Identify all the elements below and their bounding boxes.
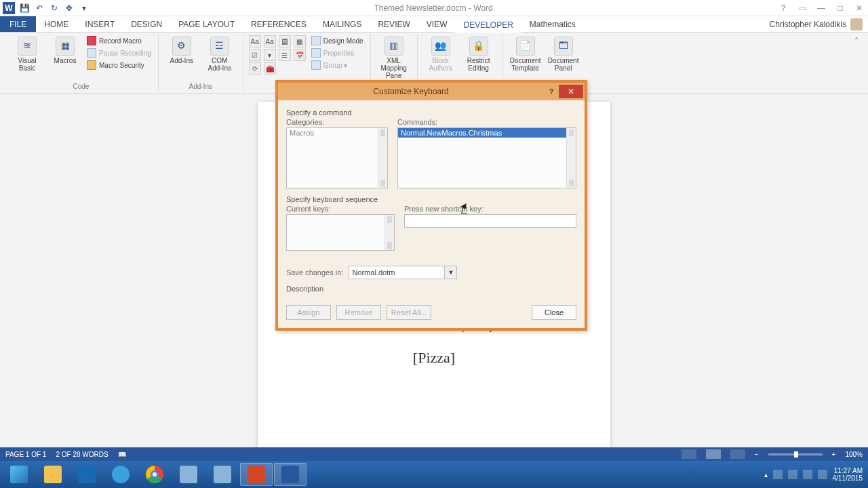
close-dialog-button[interactable]: Close	[532, 305, 576, 320]
tab-page-layout[interactable]: PAGE LAYOUT	[170, 16, 243, 32]
group-code: ≋Visual Basic ▦Macros Record Macro Pause…	[4, 34, 159, 92]
scrollbar[interactable]	[566, 128, 576, 188]
tab-file[interactable]: FILE	[0, 16, 36, 32]
specify-command-label: Specify a command	[286, 108, 576, 117]
document-panel-button[interactable]: 🗔Document Panel	[546, 35, 581, 72]
tab-mailings[interactable]: MAILINGS	[315, 16, 370, 32]
scrollbar[interactable]	[378, 128, 387, 188]
macro-security-button[interactable]: Macro Security	[85, 60, 153, 70]
tab-view[interactable]: VIEW	[418, 16, 456, 32]
outlook-button[interactable]	[71, 463, 103, 486]
file-explorer-button[interactable]	[37, 463, 69, 486]
tab-home[interactable]: HOME	[36, 16, 77, 32]
rich-text-control-icon[interactable]: Aa	[249, 35, 261, 47]
dialog-help-button[interactable]: ?	[544, 87, 559, 96]
macros-button[interactable]: ▦Macros	[47, 35, 83, 64]
ie-button[interactable]	[104, 463, 137, 486]
group-icon	[311, 60, 321, 70]
record-macro-button[interactable]: Record Macro	[85, 35, 153, 46]
pause-icon	[87, 48, 96, 58]
properties-button: Properties	[310, 47, 365, 58]
tab-references[interactable]: REFERENCES	[243, 16, 315, 32]
picture-control-icon[interactable]: 🖼	[279, 35, 291, 47]
taskbar-clock[interactable]: 11:27 AM 4/11/2015	[833, 467, 863, 482]
read-mode-button[interactable]	[682, 449, 696, 459]
tray-icon[interactable]	[773, 470, 783, 479]
new-shortcut-input[interactable]	[404, 214, 576, 228]
undo-icon[interactable]: ↶	[34, 3, 45, 14]
zoom-in-button[interactable]: +	[832, 451, 836, 458]
restrict-editing-icon: 🔒	[469, 37, 488, 56]
restrict-editing-button[interactable]: 🔒Restrict Editing	[461, 35, 496, 72]
legacy-tools-icon[interactable]: 🧰	[264, 62, 276, 75]
account-name[interactable]: Christopher Kalodikis	[764, 16, 868, 32]
tray-overflow-icon[interactable]: ▴	[764, 471, 768, 479]
plain-text-control-icon[interactable]: Aa	[264, 35, 276, 47]
zoom-slider[interactable]	[768, 453, 823, 455]
document-template-button[interactable]: 📄Document Template	[508, 35, 543, 72]
close-button[interactable]: ✕	[853, 3, 865, 13]
maximize-button[interactable]: □	[834, 3, 846, 13]
save-changes-combo[interactable]: Normal.dotm ▼	[349, 266, 457, 279]
zoom-thumb[interactable]	[794, 451, 798, 458]
com-addins-button[interactable]: ☲COM Add-Ins	[202, 35, 237, 72]
action-center-icon[interactable]	[788, 470, 797, 479]
commands-item-selected[interactable]: Normal.NewMacros.Christmas	[398, 128, 576, 138]
web-layout-button[interactable]	[730, 449, 745, 459]
dialog-titlebar[interactable]: Customize Keyboard ? ✕	[278, 83, 585, 100]
building-block-control-icon[interactable]: ▦	[294, 35, 306, 47]
zoom-out-button[interactable]: −	[755, 451, 759, 458]
categories-item[interactable]: Macros	[287, 128, 387, 138]
tab-review[interactable]: REVIEW	[370, 16, 418, 32]
app-button-2[interactable]	[206, 463, 239, 486]
collapse-ribbon-icon[interactable]: ˄	[849, 34, 864, 49]
categories-listbox[interactable]: Macros	[286, 127, 388, 188]
app-icon	[180, 466, 197, 483]
save-icon[interactable]: 💾	[19, 3, 30, 14]
combobox-control-icon[interactable]: ▾	[264, 49, 276, 61]
tab-design[interactable]: DESIGN	[123, 16, 170, 32]
current-keys-listbox[interactable]	[286, 214, 395, 251]
tab-mathematics[interactable]: Mathematics	[521, 16, 584, 32]
spellcheck-icon[interactable]: 📖	[118, 451, 126, 458]
xml-icon: ▥	[384, 37, 403, 56]
zoom-level[interactable]: 100%	[845, 451, 863, 458]
volume-icon[interactable]	[818, 470, 827, 479]
account-label: Christopher Kalodikis	[770, 20, 846, 29]
visual-basic-button[interactable]: ≋Visual Basic	[9, 35, 45, 72]
start-button[interactable]	[3, 463, 35, 486]
dropdown-control-icon[interactable]: ☰	[279, 49, 291, 61]
print-layout-button[interactable]	[706, 449, 721, 459]
addins-button[interactable]: ⚙Add-Ins	[164, 35, 199, 64]
repeating-control-icon[interactable]: ⟳	[249, 62, 261, 75]
xml-mapping-button[interactable]: ▥XML Mapping Pane	[376, 35, 412, 79]
dialog-close-button[interactable]: ✕	[559, 85, 583, 98]
pause-recording-button: Pause Recording	[85, 47, 153, 58]
minimize-button[interactable]: —	[815, 3, 827, 13]
tab-developer[interactable]: DEVELOPER	[455, 16, 521, 32]
word-taskbar-button[interactable]	[274, 463, 307, 486]
chevron-down-icon[interactable]: ▼	[445, 266, 457, 279]
powerpoint-button[interactable]	[240, 463, 273, 486]
date-control-icon[interactable]: 📅	[294, 49, 306, 61]
design-mode-button[interactable]: Design Mode	[310, 35, 365, 46]
app-button-1[interactable]	[172, 463, 205, 486]
help-icon[interactable]: ?	[777, 3, 789, 13]
touch-mode-icon[interactable]: ✥	[64, 3, 75, 14]
commands-listbox[interactable]: Normal.NewMacros.Christmas	[397, 127, 576, 188]
ribbon-display-icon[interactable]: ▭	[796, 3, 808, 13]
window-buttons: ? ▭ — □ ✕	[777, 3, 865, 13]
clock-time: 11:27 AM	[833, 467, 863, 474]
status-bar: PAGE 1 OF 1 2 OF 28 WORDS 📖 − + 100%	[0, 447, 868, 461]
titlebar: W 💾 ↶ ↻ ✥ ▾ Themed Newsletter.docm - Wor…	[0, 0, 868, 16]
properties-icon	[311, 48, 321, 58]
redo-icon[interactable]: ↻	[49, 3, 60, 14]
tab-insert[interactable]: INSERT	[77, 16, 123, 32]
scrollbar[interactable]	[384, 215, 394, 250]
checkbox-control-icon[interactable]: ☑	[249, 49, 261, 61]
network-icon[interactable]	[803, 470, 812, 479]
status-page[interactable]: PAGE 1 OF 1	[5, 451, 46, 458]
chrome-button[interactable]	[138, 463, 171, 486]
qat-customize-icon[interactable]: ▾	[79, 3, 90, 14]
status-words[interactable]: 2 OF 28 WORDS	[56, 451, 108, 458]
